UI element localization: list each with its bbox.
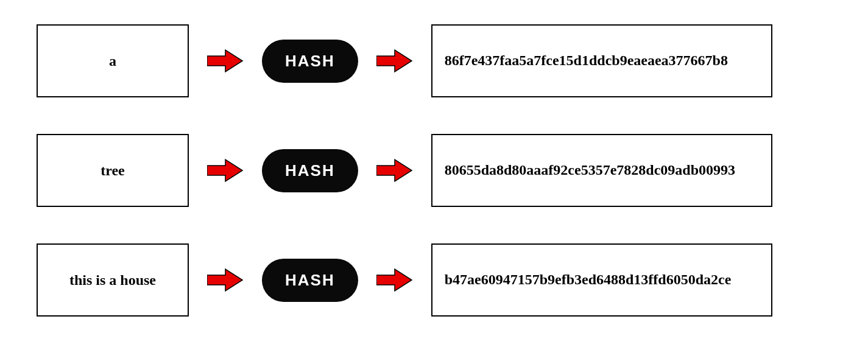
arrow-icon — [376, 268, 413, 292]
input-text: this is a house — [69, 272, 156, 289]
hash-label: HASH — [285, 52, 335, 70]
output-text: b47ae60947157b9efb3ed6488d13ffd6050da2ce — [445, 270, 732, 290]
input-box: a — [37, 24, 189, 97]
input-box: this is a house — [37, 243, 189, 317]
hash-row: a HASH 86f7e437faa5a7fce15d1ddcb9eaeaea3… — [37, 24, 831, 97]
arrow-icon — [207, 49, 244, 73]
arrow-icon — [207, 158, 244, 183]
input-text: a — [109, 53, 116, 69]
hash-row: tree HASH 80655da8d80aaaf92ce5357e7828dc… — [37, 134, 831, 207]
hash-badge: HASH — [262, 149, 358, 192]
input-text: tree — [101, 163, 125, 179]
output-box: b47ae60947157b9efb3ed6488d13ffd6050da2ce — [431, 243, 772, 317]
hash-badge: HASH — [262, 40, 358, 83]
hash-label: HASH — [285, 161, 335, 180]
arrow-icon — [376, 49, 413, 73]
arrow-icon — [376, 158, 413, 183]
output-box: 80655da8d80aaaf92ce5357e7828dc09adb00993 — [431, 134, 772, 207]
svg-marker-1 — [376, 50, 412, 72]
svg-marker-2 — [207, 159, 242, 181]
output-text: 80655da8d80aaaf92ce5357e7828dc09adb00993 — [445, 160, 735, 181]
svg-marker-0 — [207, 50, 242, 72]
svg-marker-4 — [207, 269, 242, 291]
hash-row: this is a house HASH b47ae60947157b9efb3… — [37, 243, 831, 317]
output-text: 86f7e437faa5a7fce15d1ddcb9eaeaea377667b8 — [445, 51, 728, 71]
hash-label: HASH — [285, 271, 335, 289]
svg-marker-3 — [376, 159, 412, 181]
arrow-icon — [207, 268, 244, 292]
hash-badge: HASH — [262, 259, 358, 302]
input-box: tree — [37, 134, 189, 207]
svg-marker-5 — [376, 269, 412, 291]
output-box: 86f7e437faa5a7fce15d1ddcb9eaeaea377667b8 — [431, 24, 772, 97]
